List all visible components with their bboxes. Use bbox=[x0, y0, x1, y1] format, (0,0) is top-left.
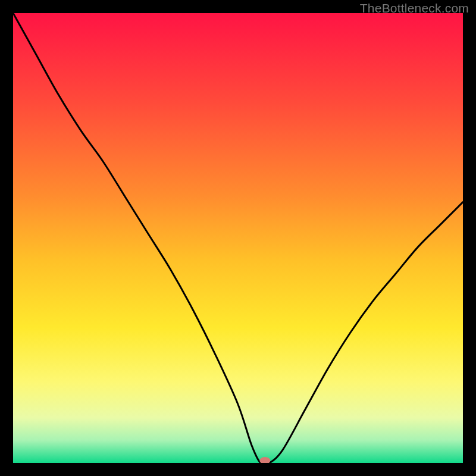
gradient-background bbox=[13, 13, 463, 463]
bottleneck-chart bbox=[13, 13, 463, 463]
plot-area bbox=[13, 13, 463, 463]
chart-frame: TheBottleneck.com bbox=[0, 0, 476, 476]
watermark-text: TheBottleneck.com bbox=[360, 1, 469, 15]
